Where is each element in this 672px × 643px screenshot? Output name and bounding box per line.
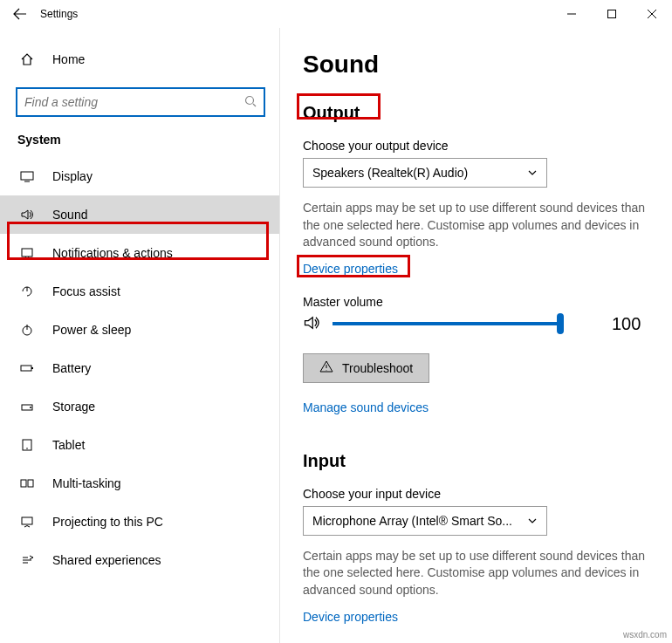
master-volume-label: Master volume [303,295,662,309]
sidebar-item-label: Shared experiences [37,553,161,567]
sidebar-item-power-sleep[interactable]: Power & sleep [0,311,279,349]
troubleshoot-label: Troubleshoot [342,361,413,375]
chevron-down-icon [527,516,538,526]
notifications-icon [17,246,37,260]
close-button[interactable] [632,0,672,28]
search-box[interactable] [16,87,265,117]
sidebar-item-notifications[interactable]: Notifications & actions [0,234,279,272]
sidebar-item-label: Storage [37,400,95,414]
sidebar-item-label: Tablet [37,438,85,452]
projecting-icon [17,515,37,529]
back-arrow-icon [13,7,27,21]
shared-icon [17,553,37,567]
svg-point-10 [26,448,28,449]
maximize-icon [607,10,616,18]
input-device-properties-link[interactable]: Device properties [303,610,398,624]
volume-slider-row: 100 [303,314,662,334]
sidebar-item-label: Notifications & actions [37,246,173,260]
sidebar-item-label: Sound [37,208,87,222]
output-device-select[interactable]: Speakers (Realtek(R) Audio) [303,158,547,188]
svg-rect-5 [21,366,31,371]
sidebar-item-label: Projecting to this PC [37,515,163,529]
output-choose-label: Choose your output device [303,139,662,153]
speaker-icon[interactable] [303,314,320,334]
sound-icon [17,208,37,222]
input-heading: Input [303,451,662,471]
svg-rect-2 [21,172,33,180]
input-description: Certain apps may be set up to use differ… [303,548,661,599]
home-icon [17,52,37,66]
manage-sound-devices-link[interactable]: Manage sound devices [303,400,429,414]
svg-rect-3 [22,249,32,257]
warning-icon [319,359,333,376]
maximize-button[interactable] [592,0,632,28]
home-label: Home [37,52,85,66]
sidebar-item-label: Battery [37,361,91,375]
sidebar-item-battery[interactable]: Battery [0,349,279,387]
sidebar-item-shared-experiences[interactable]: Shared experiences [0,541,279,579]
volume-value: 100 [612,314,641,334]
power-icon [17,323,37,337]
window-controls [552,0,672,28]
close-icon [648,10,656,18]
volume-slider-thumb[interactable] [557,313,564,334]
input-choose-label: Choose your input device [303,487,662,501]
sidebar-item-multitasking[interactable]: Multi-tasking [0,464,279,503]
search-input[interactable] [24,95,244,109]
volume-slider[interactable] [333,322,561,325]
multitasking-icon [17,476,37,490]
output-device-value: Speakers (Realtek(R) Audio) [312,166,468,180]
home-nav[interactable]: Home [0,40,279,79]
svg-rect-13 [22,517,32,524]
svg-point-1 [246,96,254,104]
content-pane: Sound Output Choose your output device S… [279,28,672,643]
sidebar: Home System Display Sound Notifications … [0,28,279,643]
output-device-properties-link[interactable]: Device properties [303,262,398,276]
minimize-button[interactable] [552,0,592,28]
svg-rect-0 [608,10,616,18]
sidebar-item-projecting[interactable]: Projecting to this PC [0,503,279,541]
sidebar-item-label: Display [37,169,93,183]
sidebar-item-sound[interactable]: Sound [0,195,279,234]
window-title: Settings [35,8,78,20]
svg-point-8 [30,407,31,408]
sidebar-item-label: Power & sleep [37,323,131,337]
focus-assist-icon [17,284,37,298]
troubleshoot-button[interactable]: Troubleshoot [303,353,429,383]
search-icon [244,95,257,110]
display-icon [17,169,37,183]
sidebar-item-label: Focus assist [37,284,120,298]
chevron-down-icon [527,168,538,178]
titlebar: Settings [0,0,672,28]
tablet-icon [17,438,37,452]
sidebar-item-label: Multi-tasking [37,476,121,490]
page-title: Sound [303,51,662,79]
back-button[interactable] [5,0,35,28]
sidebar-item-display[interactable]: Display [0,157,279,195]
input-device-select[interactable]: Microphone Array (Intel® Smart So... [303,506,547,536]
watermark: wsxdn.com [623,630,667,640]
input-device-value: Microphone Array (Intel® Smart So... [312,514,512,528]
battery-icon [17,361,37,375]
sidebar-item-storage[interactable]: Storage [0,387,279,426]
storage-icon [17,400,37,414]
svg-rect-12 [28,480,33,487]
output-heading: Output [303,103,662,123]
sidebar-item-focus-assist[interactable]: Focus assist [0,272,279,311]
output-description: Certain apps may be set up to use differ… [303,200,661,251]
sidebar-item-tablet[interactable]: Tablet [0,426,279,464]
category-heading: System [0,133,279,157]
minimize-icon [567,10,576,18]
svg-rect-6 [31,367,33,369]
svg-rect-11 [21,480,26,487]
